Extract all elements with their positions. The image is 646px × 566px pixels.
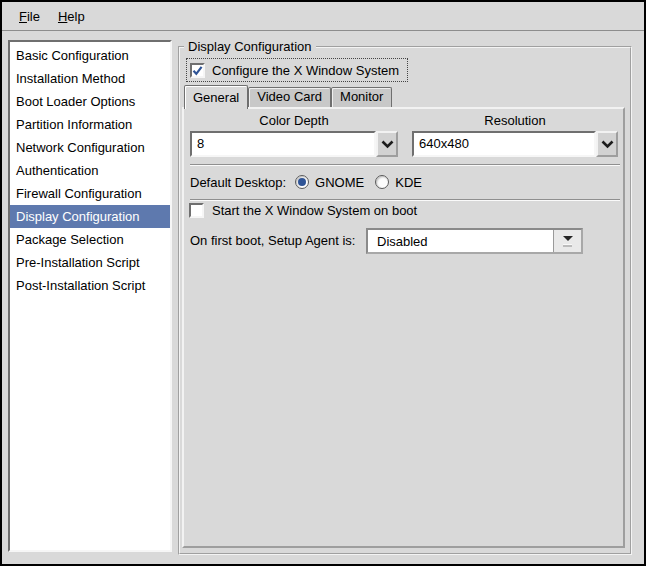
- menu-file-mnemonic: F: [19, 9, 27, 24]
- menubar: File Help: [2, 2, 644, 31]
- separator: [190, 164, 620, 166]
- kickstart-configurator-window: File Help Basic Configuration Installati…: [0, 0, 646, 566]
- configure-x-checkbox-box[interactable]: [190, 63, 205, 78]
- section-list: Basic Configuration Installation Method …: [8, 40, 172, 552]
- setup-agent-label: On first boot, Setup Agent is:: [190, 228, 355, 254]
- color-depth-entry[interactable]: 8: [190, 131, 376, 157]
- color-depth-dropdown-button[interactable]: [376, 131, 398, 157]
- sidebar-item-boot-loader-options[interactable]: Boot Loader Options: [10, 90, 170, 113]
- tab-monitor-label: Monitor: [340, 89, 383, 104]
- sidebar-item-post-installation-script[interactable]: Post-Installation Script: [10, 274, 170, 297]
- color-depth-group: Color Depth 8: [190, 111, 398, 157]
- sidebar-item-pre-installation-script[interactable]: Pre-Installation Script: [10, 251, 170, 274]
- setup-agent-dropdown[interactable]: Disabled: [366, 228, 583, 254]
- sidebar-item-display-configuration[interactable]: Display Configuration: [10, 205, 170, 228]
- arrow-down-icon: [563, 236, 573, 241]
- gnome-radio[interactable]: [295, 175, 309, 189]
- tab-monitor[interactable]: Monitor: [331, 87, 392, 107]
- setup-agent-value: Disabled: [377, 234, 428, 249]
- kde-radio-label[interactable]: KDE: [395, 175, 422, 190]
- display-configuration-frame: Display Configuration Configure the X Wi…: [178, 46, 632, 555]
- sidebar-item-basic-configuration[interactable]: Basic Configuration: [10, 44, 170, 67]
- sidebar-item-partition-information[interactable]: Partition Information: [10, 113, 170, 136]
- indicator-dash-icon: [563, 244, 572, 247]
- default-desktop-row: Default Desktop: GNOME KDE: [190, 171, 422, 193]
- separator: [190, 199, 620, 201]
- resolution-group: Resolution 640x480: [412, 111, 618, 157]
- resolution-dropdown-button[interactable]: [596, 131, 618, 157]
- resolution-label: Resolution: [412, 111, 618, 131]
- tab-general-label: General: [193, 90, 239, 105]
- configure-x-checkbox-label: Configure the X Window System: [212, 63, 399, 78]
- resolution-combo: 640x480: [412, 131, 618, 157]
- sidebar-item-authentication[interactable]: Authentication: [10, 159, 170, 182]
- configure-x-checkbox[interactable]: Configure the X Window System: [186, 58, 408, 82]
- resolution-entry[interactable]: 640x480: [412, 131, 596, 157]
- dropdown-indicator: [553, 230, 581, 252]
- sidebar-item-package-selection[interactable]: Package Selection: [10, 228, 170, 251]
- radio-dot: [298, 178, 306, 186]
- start-x-checkbox-box[interactable]: [189, 203, 204, 218]
- tab-video-card[interactable]: Video Card: [248, 87, 331, 107]
- default-desktop-label: Default Desktop:: [190, 175, 286, 190]
- kde-radio[interactable]: [375, 175, 389, 189]
- chevron-down-icon: [601, 140, 614, 149]
- color-depth-label: Color Depth: [190, 111, 398, 131]
- sidebar-item-firewall-configuration[interactable]: Firewall Configuration: [10, 182, 170, 205]
- start-x-checkbox[interactable]: Start the X Window System on boot: [189, 203, 417, 218]
- check-icon: [192, 65, 203, 76]
- gnome-radio-label[interactable]: GNOME: [315, 175, 364, 190]
- menu-help[interactable]: Help: [49, 5, 94, 28]
- chevron-down-icon: [381, 140, 394, 149]
- menu-help-mnemonic: H: [58, 9, 67, 24]
- start-x-checkbox-label: Start the X Window System on boot: [212, 203, 417, 218]
- color-depth-combo: 8: [190, 131, 398, 157]
- general-tab-page: Color Depth 8 Resolution 640x480: [182, 107, 625, 548]
- menu-help-label: elp: [67, 9, 84, 24]
- menu-file-label: ile: [27, 9, 40, 24]
- frame-title: Display Configuration: [184, 39, 316, 54]
- sidebar-item-network-configuration[interactable]: Network Configuration: [10, 136, 170, 159]
- tab-general[interactable]: General: [184, 85, 248, 109]
- sidebar-item-installation-method[interactable]: Installation Method: [10, 67, 170, 90]
- display-tabs: General Video Card Monitor: [184, 85, 392, 107]
- tab-video-card-label: Video Card: [257, 89, 322, 104]
- menu-file[interactable]: File: [10, 5, 49, 28]
